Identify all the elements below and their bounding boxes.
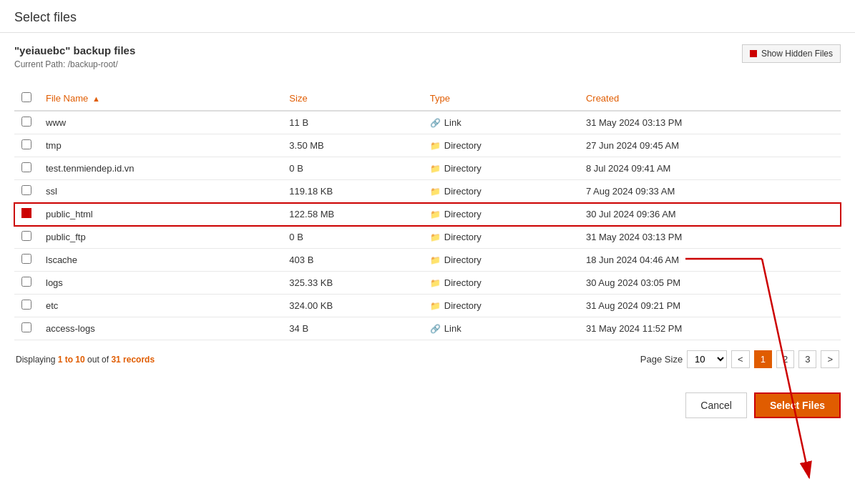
row-size: 325.33 KB <box>282 272 422 295</box>
row-type: 🔗Link <box>423 317 579 340</box>
row-checkbox-cell <box>14 203 39 226</box>
pagination-bar: Displaying 1 to 10 out of 31 records Pag… <box>14 350 841 368</box>
row-type: 📁Directory <box>423 157 579 180</box>
row-size: 0 B <box>282 157 422 180</box>
row-checkbox-cell <box>14 272 39 295</box>
page-header: Select files <box>0 0 855 33</box>
row-checkbox[interactable] <box>21 254 31 264</box>
prev-page-button[interactable]: < <box>731 350 750 368</box>
row-checkbox[interactable] <box>21 139 31 149</box>
backup-info: "yeiauebc" backup files Current Path: /b… <box>14 44 135 78</box>
table-row: tmp3.50 MB📁Directory27 Jun 2024 09:45 AM <box>14 134 841 157</box>
link-icon: 🔗 <box>430 324 441 334</box>
folder-icon: 📁 <box>430 255 441 265</box>
row-checkbox-cell <box>14 249 39 272</box>
display-range: 1 to 10 <box>58 355 85 365</box>
display-total: 31 records <box>111 355 155 365</box>
folder-icon: 📁 <box>430 187 441 197</box>
row-filename: access-logs <box>39 317 282 340</box>
row-filename: www <box>39 111 282 134</box>
sort-arrow-icon: ▲ <box>92 94 100 103</box>
folder-icon: 📁 <box>430 278 441 288</box>
selected-checkbox-indicator[interactable] <box>21 208 31 218</box>
row-filename: public_html <box>39 203 282 226</box>
select-all-checkbox[interactable] <box>21 92 31 102</box>
footer-actions: Cancel Select Files <box>0 382 855 428</box>
row-checkbox[interactable] <box>21 277 31 287</box>
current-path: Current Path: /backup-root/ <box>14 59 135 69</box>
row-created: 31 May 2024 11:52 PM <box>579 317 841 340</box>
row-created: 27 Jun 2024 09:45 AM <box>579 134 841 157</box>
row-size: 3.50 MB <box>282 134 422 157</box>
row-checkbox-cell <box>14 180 39 203</box>
backup-title: "yeiauebc" backup files <box>14 44 135 56</box>
row-created: 18 Jun 2024 04:46 AM <box>579 249 841 272</box>
row-created: 31 Aug 2024 09:21 PM <box>579 295 841 317</box>
row-type: 📁Directory <box>423 226 579 249</box>
row-filename: public_ftp <box>39 226 282 249</box>
main-content: "yeiauebc" backup files Current Path: /b… <box>0 33 855 380</box>
page-title: Select files <box>14 10 841 25</box>
row-size: 403 B <box>282 249 422 272</box>
row-filename: ssl <box>39 180 282 203</box>
row-filename: test.tenmiendep.id.vn <box>39 157 282 180</box>
row-type: 📁Directory <box>423 295 579 317</box>
row-checkbox-cell <box>14 134 39 157</box>
table-row: lscache403 B📁Directory18 Jun 2024 04:46 … <box>14 249 841 272</box>
col-header-created[interactable]: Created <box>579 87 841 111</box>
displaying-info: Displaying 1 to 10 out of 31 records <box>16 355 155 365</box>
cancel-button[interactable]: Cancel <box>685 392 747 418</box>
row-created: 7 Aug 2024 09:33 AM <box>579 180 841 203</box>
folder-icon: 📁 <box>430 232 441 242</box>
row-checkbox-cell <box>14 226 39 249</box>
row-created: 30 Aug 2024 03:05 PM <box>579 272 841 295</box>
row-size: 34 B <box>282 317 422 340</box>
row-created: 31 May 2024 03:13 PM <box>579 111 841 134</box>
select-all-header <box>14 87 39 111</box>
row-type: 📁Directory <box>423 249 579 272</box>
row-checkbox[interactable] <box>21 322 31 332</box>
page-3-button[interactable]: 3 <box>798 350 816 368</box>
row-filename: lscache <box>39 249 282 272</box>
row-checkbox[interactable] <box>21 300 31 310</box>
folder-icon: 📁 <box>430 164 441 174</box>
page-size-select[interactable]: 10 25 50 100 <box>687 350 727 368</box>
table-row: ssl119.18 KB📁Directory7 Aug 2024 09:33 A… <box>14 180 841 203</box>
page-1-button[interactable]: 1 <box>754 350 772 368</box>
row-created: 30 Jul 2024 09:36 AM <box>579 203 841 226</box>
next-page-button[interactable]: > <box>821 350 839 368</box>
red-square-icon <box>750 50 757 57</box>
page-2-button[interactable]: 2 <box>776 350 794 368</box>
row-checkbox[interactable] <box>21 185 31 195</box>
row-type: 📁Directory <box>423 272 579 295</box>
table-row: www11 B🔗Link31 May 2024 03:13 PM <box>14 111 841 134</box>
row-type: 📁Directory <box>423 180 579 203</box>
col-header-size[interactable]: Size <box>282 87 422 111</box>
row-checkbox-cell <box>14 317 39 340</box>
table-row: access-logs34 B🔗Link31 May 2024 11:52 PM <box>14 317 841 340</box>
row-size: 11 B <box>282 111 422 134</box>
row-checkbox[interactable] <box>21 231 31 241</box>
col-header-type[interactable]: Type <box>423 87 579 111</box>
row-size: 122.58 MB <box>282 203 422 226</box>
row-checkbox-cell <box>14 295 39 317</box>
row-type: 🔗Link <box>423 111 579 134</box>
row-checkbox-cell <box>14 111 39 134</box>
table-header-row: File Name ▲ Size Type Created <box>14 87 841 111</box>
table-row: public_ftp0 B📁Directory31 May 2024 03:13… <box>14 226 841 249</box>
row-size: 119.18 KB <box>282 180 422 203</box>
row-checkbox[interactable] <box>21 162 31 172</box>
row-filename: etc <box>39 295 282 317</box>
show-hidden-files-button[interactable]: Show Hidden Files <box>742 44 841 63</box>
select-files-button[interactable]: Select Files <box>754 392 841 418</box>
row-checkbox[interactable] <box>21 117 31 127</box>
files-table: File Name ▲ Size Type Created www11 B🔗Li… <box>14 87 841 340</box>
row-filename: tmp <box>39 134 282 157</box>
table-row: test.tenmiendep.id.vn0 B📁Directory8 Jul … <box>14 157 841 180</box>
row-size: 324.00 KB <box>282 295 422 317</box>
col-header-name[interactable]: File Name ▲ <box>39 87 282 111</box>
row-filename: logs <box>39 272 282 295</box>
pagination-right: Page Size 10 25 50 100 < 1 2 3 > <box>640 350 839 368</box>
table-row: etc324.00 KB📁Directory31 Aug 2024 09:21 … <box>14 295 841 317</box>
folder-icon: 📁 <box>430 209 441 219</box>
